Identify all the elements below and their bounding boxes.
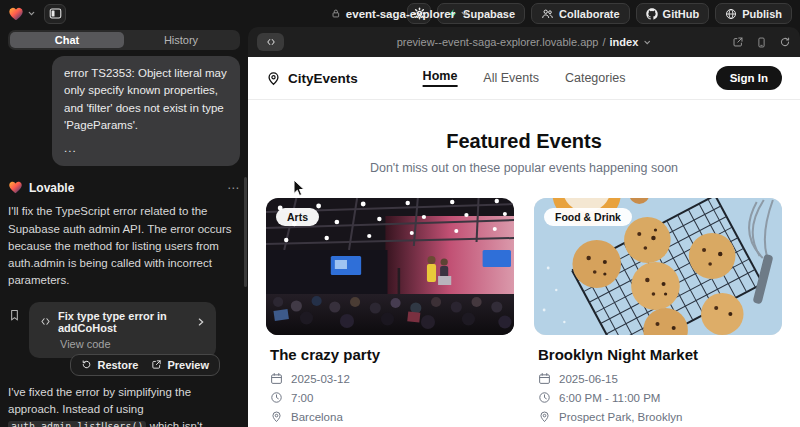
open-in-new-tab-icon[interactable] [732,36,744,48]
nav-categories[interactable]: Categories [565,71,625,85]
site-preview: CityEvents Home All Events Categories Si… [248,57,800,427]
chat-scrollbar[interactable] [244,177,247,287]
chevron-down-icon [460,9,469,18]
supabase-label: Supabase [463,8,515,20]
site-brand-name: CityEvents [288,71,358,86]
category-badge: Food & Drink [544,208,632,226]
refresh-icon[interactable] [779,36,791,48]
nav-home[interactable]: Home [423,69,458,87]
event-photo: Food & Drink [534,198,782,335]
nav-all-events[interactable]: All Events [483,71,539,85]
inline-code: auth.admin.listUsers() [8,421,146,427]
restore-icon [81,359,92,370]
collaborate-label: Collaborate [559,8,620,20]
code-view-toggle[interactable] [257,33,284,51]
category-badge: Arts [276,208,319,226]
event-card[interactable]: Arts The crazy party 2025-03-12 [266,198,514,423]
preview-label: Preview [167,359,209,371]
code-change-title: Fix type type error in addCoHost [58,310,190,334]
event-location: Prospect Park, Brooklyn [559,411,682,423]
section-title: Featured Events [248,130,800,153]
event-photo: Arts [266,198,514,335]
event-location: Barcelona [291,411,343,423]
outro-text-1: I've fixed the error by simplifying the … [8,386,191,415]
publish-label: Publish [742,8,782,20]
github-button[interactable]: GitHub [636,3,710,24]
restore-preview-pill: Restore Preview [70,354,220,376]
assistant-intro: I'll fix the TypeScript error related to… [8,203,240,289]
preview-url-separator: / [602,36,605,48]
map-pin-icon [538,410,551,423]
collaborate-button[interactable]: Collaborate [531,3,630,24]
lock-icon [331,8,341,19]
users-icon [541,8,554,20]
user-message-bubble: error TS2353: Object literal may only sp… [52,56,240,166]
project-name: event-saga-explorer [346,8,455,20]
chat-panel: Chat History error TS2353: Object litera… [0,27,248,427]
message-truncation-dots: ... [64,140,228,157]
sign-in-button[interactable]: Sign In [716,66,782,90]
chevron-down-icon [642,38,651,47]
github-icon [646,8,658,20]
view-code-link[interactable]: View code [60,338,206,350]
preview-url-bar[interactable]: preview--event-saga-explorer.lovable.app… [397,36,652,48]
tab-history[interactable]: History [124,32,238,48]
section-subtitle: Don't miss out on these popular events h… [248,161,800,175]
github-label: GitHub [663,8,700,20]
code-icon [265,37,277,47]
preview-panel: preview--event-saga-explorer.lovable.app… [248,27,800,427]
featured-events-section: Featured Events Don't miss out on these … [248,130,800,175]
lovable-heart-icon [8,6,24,22]
restore-label: Restore [97,359,138,371]
assistant-name: Lovable [29,181,74,195]
chat-history-tabs: Chat History [8,30,240,50]
map-pin-icon [270,410,283,423]
more-options-icon[interactable]: ⋯ [227,181,240,195]
lovable-logo-menu[interactable] [8,6,36,22]
tab-chat[interactable]: Chat [10,32,124,48]
code-change-card[interactable]: Fix type type error in addCoHost View co… [29,302,216,358]
code-icon [39,316,52,327]
preview-toolbar: preview--event-saga-explorer.lovable.app… [248,27,800,57]
calendar-icon [538,372,551,385]
project-switcher[interactable]: event-saga-explorer [331,8,469,20]
clock-icon [538,391,551,404]
calendar-icon [270,372,283,385]
site-brand[interactable]: CityEvents [266,71,358,86]
event-card[interactable]: Food & Drink Brooklyn Night Market 2025-… [534,198,782,423]
event-title: Brooklyn Night Market [538,346,782,363]
app-topbar: event-saga-explorer Supabase [0,0,800,27]
event-date: 2025-06-15 [559,373,618,385]
event-time: 7:00 [291,392,313,404]
globe-icon [725,8,737,20]
preview-url-host: preview--event-saga-explorer.lovable.app [397,36,599,48]
clock-icon [270,391,283,404]
external-link-icon [151,359,162,370]
publish-button[interactable]: Publish [715,3,792,24]
event-time: 6:00 PM - 11:00 PM [559,392,660,404]
bookmark-icon[interactable] [8,308,21,322]
toggle-sidebar-button[interactable] [44,4,66,24]
chevron-right-icon [196,317,206,327]
chevron-down-icon [27,9,36,18]
assistant-outro: I've fixed the error by simplifying the … [8,384,240,427]
event-date: 2025-03-12 [291,373,350,385]
preview-button[interactable]: Preview [151,359,209,371]
site-nav: Home All Events Categories [423,69,626,87]
map-pin-icon [266,71,281,86]
event-title: The crazy party [270,346,514,363]
preview-url-page: index [610,36,639,48]
lovable-heart-icon [8,180,23,195]
panel-left-icon [49,7,62,20]
user-message-text: error TS2353: Object literal may only sp… [64,67,227,131]
restore-button[interactable]: Restore [81,359,138,371]
site-header: CityEvents Home All Events Categories Si… [248,57,800,100]
mobile-view-icon[interactable] [756,36,767,49]
